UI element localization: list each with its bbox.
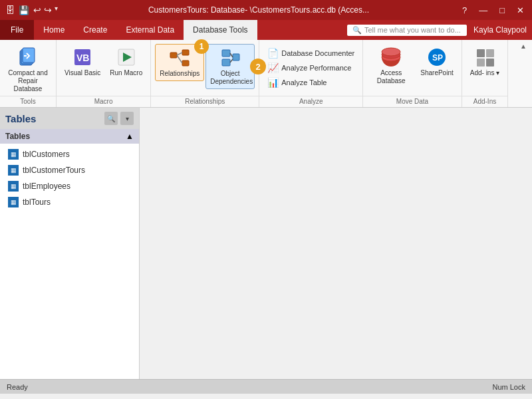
move-data-label: Move Data [363, 96, 461, 107]
rel-label: Relationships [151, 96, 259, 107]
db-doc-icon: 📄 [267, 48, 279, 59]
svg-text:SP: SP [432, 53, 443, 63]
app-icon: 🗄 [5, 5, 15, 15]
svg-rect-25 [477, 59, 485, 66]
menu-home[interactable]: Home [34, 20, 74, 40]
object-dependencies-btn[interactable]: Object Dependencies [205, 44, 255, 89]
nav-section-header[interactable]: Tables ▲ [0, 129, 139, 144]
list-item[interactable]: ▦ tblTours [0, 194, 139, 210]
table-name-3: tblEmployees [23, 182, 70, 191]
macro-label: Macro [57, 96, 150, 107]
table-icon-2: ▦ [8, 165, 19, 176]
list-item[interactable]: ▦ tblCustomerTours [0, 162, 139, 178]
run-macro-label: Run Macro [110, 69, 142, 77]
relationships-icon [169, 47, 190, 68]
relationships-btn[interactable]: Relationships 1 [155, 44, 204, 81]
list-item[interactable]: ▦ tblCustomers [0, 146, 139, 162]
menu-file[interactable]: File [0, 20, 34, 40]
menu-create[interactable]: Create [74, 20, 116, 40]
svg-text:VB: VB [76, 53, 89, 63]
menu-bar: File Home Create External Data Database … [0, 20, 532, 40]
addins-label: Add- ins ▾ [470, 69, 499, 77]
relationships-label: Relationships [160, 70, 200, 78]
object-dependencies-icon [219, 47, 241, 68]
svg-line-16 [230, 59, 233, 63]
title-bar-controls: ? — □ ✕ [460, 5, 527, 15]
compact-label: Compact and Repair Database [8, 69, 48, 93]
customize-btn[interactable]: ▾ [55, 5, 58, 15]
window-title: CustomersTours: Database- \CustomersTour… [58, 5, 460, 15]
undo-btn[interactable]: ↩ [33, 5, 41, 15]
nav-header: Tables 🔍 ▾ [0, 108, 139, 129]
analyze-table-btn[interactable]: 📊 Analyze Table [263, 76, 331, 89]
nav-section-title: Tables [5, 132, 30, 141]
addins-icon [474, 47, 495, 68]
run-macro-btn[interactable]: Run Macro [106, 44, 146, 80]
db-doc-label: Database Documenter [281, 49, 354, 57]
search-icon: 🔍 [352, 26, 362, 35]
analyze-perf-label: Analyze Performance [281, 64, 351, 72]
quick-save[interactable]: 💾 [19, 5, 29, 15]
sharepoint-btn[interactable]: SP SharePoint [416, 44, 457, 80]
user-name: Kayla Claypool [473, 25, 527, 35]
svg-rect-8 [182, 50, 189, 55]
help-btn[interactable]: ? [460, 5, 469, 15]
compact-icon [17, 47, 39, 68]
svg-line-15 [230, 53, 233, 57]
nav-search-btn[interactable]: 🔍 [104, 112, 118, 125]
add-ins-btn[interactable]: Add- ins ▾ [466, 44, 503, 80]
table-name-2: tblCustomerTours [23, 166, 85, 175]
nav-section-collapse: ▲ [126, 132, 134, 141]
group-macro-content: VB Visual Basic Run Macro [57, 40, 150, 96]
access-database-btn[interactable]: Access Database [367, 44, 415, 88]
nav-header-icons: 🔍 ▾ [104, 112, 134, 125]
svg-rect-9 [182, 61, 189, 66]
status-right: Num Lock [492, 383, 525, 391]
analyze-table-label: Analyze Table [281, 78, 327, 86]
access-db-label: Access Database [371, 69, 411, 85]
group-macro: VB Visual Basic Run Macro Macro [57, 40, 151, 107]
nav-menu-btn[interactable]: ▾ [120, 112, 134, 125]
title-bar-left: 🗄 💾 ↩ ↪ ▾ [5, 5, 58, 15]
visual-basic-icon: VB [72, 47, 93, 68]
group-addins: Add- ins ▾ Add-Ins [462, 40, 508, 107]
svg-rect-14 [233, 54, 239, 61]
visual-basic-btn[interactable]: VB Visual Basic [61, 44, 104, 80]
group-tools: Compact and Repair Database Tools [0, 40, 57, 107]
redo-btn[interactable]: ↪ [44, 5, 52, 15]
ribbon-collapse-btn[interactable]: ▲ [515, 40, 532, 53]
svg-rect-23 [477, 49, 485, 57]
group-move-data: Access Database SP SharePoint Move Data [363, 40, 462, 107]
svg-line-11 [177, 55, 182, 63]
ribbon: Compact and Repair Database Tools VB Vis… [0, 40, 532, 108]
menu-external-data[interactable]: External Data [116, 20, 184, 40]
content-area [140, 108, 532, 379]
minimize-btn[interactable]: — [476, 5, 490, 15]
tools-label: Tools [0, 96, 56, 107]
svg-rect-7 [170, 53, 177, 58]
group-analyze: 2 📄 Database Documenter 📈 Analyze Perfor… [259, 40, 363, 107]
svg-line-10 [177, 53, 182, 55]
search-placeholder: Tell me what you want to do... [364, 26, 461, 34]
group-relationships: Relationships 1 Object Dependencies Rela [151, 40, 259, 107]
analyze-performance-btn[interactable]: 📈 Analyze Performance [263, 61, 355, 74]
title-bar: 🗄 💾 ↩ ↪ ▾ CustomersTours: Database- \Cus… [0, 0, 532, 20]
analyze-perf-icon: 📈 [267, 63, 279, 73]
object-dep-label: Object Dependencies [210, 70, 250, 86]
menu-database-tools[interactable]: Database Tools [184, 20, 257, 40]
compact-repair-btn[interactable]: Compact and Repair Database [4, 44, 52, 96]
addins-footer-label: Add-Ins [462, 96, 507, 107]
svg-point-20 [382, 48, 400, 56]
table-icon-1: ▦ [8, 149, 19, 160]
search-box[interactable]: 🔍 Tell me what you want to do... [347, 25, 467, 36]
list-item[interactable]: ▦ tblEmployees [0, 178, 139, 194]
status-left: Ready [7, 383, 28, 391]
svg-rect-26 [486, 59, 494, 66]
access-db-icon [380, 47, 402, 68]
database-documenter-btn[interactable]: 📄 Database Documenter [263, 47, 358, 60]
svg-rect-24 [486, 49, 494, 57]
close-btn[interactable]: ✕ [514, 5, 527, 15]
sharepoint-label: SharePoint [420, 69, 453, 77]
maximize-btn[interactable]: □ [497, 5, 507, 15]
run-macro-icon [116, 47, 137, 68]
